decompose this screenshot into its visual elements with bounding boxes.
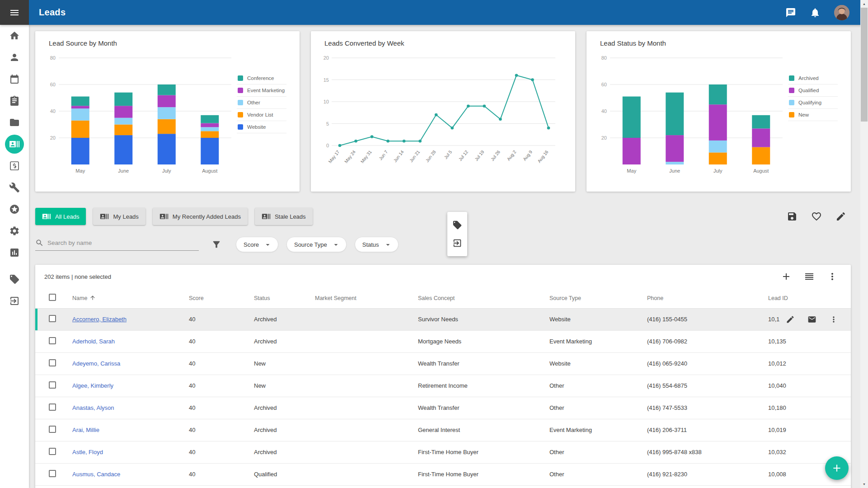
chat-icon[interactable] [785,7,796,18]
heart-icon[interactable] [811,211,822,222]
row-checkbox[interactable] [49,470,56,477]
sidebar-item-contacts-card[interactable] [5,135,24,154]
row-checkbox[interactable] [49,381,56,389]
row-checkbox[interactable] [49,448,56,455]
add-icon[interactable] [781,271,792,282]
view-button-stale-leads[interactable]: Stale Leads [255,208,313,225]
sidebar-item-exit[interactable] [4,290,25,312]
table-row[interactable]: Anastas, Alyson40ArchivedWealth Transfer… [35,397,851,419]
legend-item[interactable]: Other [237,97,286,109]
sidebar-item-clipboard[interactable] [4,90,25,112]
legend-item[interactable]: Vendor List [237,109,286,121]
search-field[interactable] [35,239,199,251]
scroll-down-arrow[interactable]: ▼ [860,480,868,488]
sidebar-item-gear[interactable] [4,220,25,242]
column-header-name[interactable]: Name [64,288,181,308]
row-checkbox[interactable] [49,359,56,366]
tag-icon[interactable] [452,220,462,230]
menu-button[interactable] [0,0,29,25]
sidebar-item-wrench[interactable] [4,177,25,198]
sidebar-item-star-circle[interactable] [4,198,25,220]
bell-icon[interactable] [810,7,821,18]
column-header-score[interactable]: Score [181,288,246,308]
sidebar-item-calendar[interactable] [4,68,25,90]
lead-name-link[interactable]: Accornero, Elizabeth [72,316,127,323]
legend-item[interactable]: New [788,109,838,121]
legend-item[interactable]: Archived [788,72,838,84]
svg-text:Aug 2: Aug 2 [506,149,517,162]
cell-status: Archived [246,330,307,352]
avatar[interactable] [834,5,849,20]
add-lead-fab[interactable] [825,456,849,480]
sidebar-item-home[interactable] [4,25,25,47]
svg-text:May 31: May 31 [360,149,373,164]
cell-score: 40 [181,419,246,441]
sidebar-item-bar-chart[interactable] [4,242,25,263]
legend-label: Qualifying [798,100,821,105]
sidebar-item-dollar[interactable] [4,155,25,177]
view-button-my-leads[interactable]: My Leads [93,208,145,225]
row-checkbox[interactable] [49,315,56,322]
lead-name-link[interactable]: Arai, Millie [72,427,99,433]
sidebar-item-person[interactable] [4,47,25,68]
row-checkbox[interactable] [49,426,56,433]
table-row[interactable]: Aderhold, Sarah40ArchivedMortgage NeedsE… [35,330,851,352]
table-row[interactable]: Astle, Floyd40ArchivedFirst-Time Home Bu… [35,441,851,463]
column-header-source-type[interactable]: Source Type [541,288,639,308]
kebab-icon[interactable] [829,315,838,324]
scroll-up-arrow[interactable]: ▲ [860,0,868,8]
column-header-phone[interactable]: Phone [639,288,760,308]
lead-name-link[interactable]: Adeyemo, Carissa [72,360,120,367]
table-row[interactable]: Algee, Kimberly40NewRetirement IncomeOth… [35,375,851,397]
sidebar-item-folder[interactable] [4,112,25,133]
column-header-market-segment[interactable]: Market Segment [307,288,410,308]
select-all-checkbox[interactable] [49,294,56,301]
exit-icon[interactable] [452,238,462,248]
lead-name-link[interactable]: Algee, Kimberly [72,382,113,389]
table-row[interactable]: Adeyemo, Carissa40NewWealth TransferWebs… [35,352,851,375]
filter-dropdown-status[interactable]: Status [355,237,399,252]
column-header-sales-concept[interactable]: Sales Concept [410,288,541,308]
funnel-icon[interactable] [211,239,221,249]
filter-dropdown-score[interactable]: Score [236,237,278,252]
edit-views-icon[interactable] [835,211,846,222]
row-checkbox[interactable] [49,337,56,344]
column-header-lead-id[interactable]: Lead ID [760,288,851,308]
sidebar [0,25,29,488]
svg-text:20: 20 [50,135,56,141]
row-checkbox[interactable] [49,404,56,411]
envelope-icon[interactable] [807,315,816,324]
dollar-icon [9,160,20,171]
lead-name-link[interactable]: Ausmus, Candace [72,471,120,478]
lead-source-chart: 20406080MayJuneJulyAugust [42,51,237,184]
filter-dropdown-source-type[interactable]: Source Type [286,237,347,252]
search-input[interactable] [47,239,199,246]
list-view-icon[interactable] [804,271,815,282]
pencil-icon[interactable] [786,315,795,324]
legend-item[interactable]: Conference [237,72,286,84]
legend-item[interactable]: Event Marketing [237,84,286,97]
lead-name-link[interactable]: Aderhold, Sarah [72,338,115,345]
save-icon[interactable] [787,211,798,222]
leads-table-card: 202 items | none selected NameScoreStatu… [35,265,851,488]
legend-item[interactable]: Qualified [788,84,838,97]
dropdown-label: Source Type [294,241,327,248]
view-button-all-leads[interactable]: All Leads [35,208,86,225]
cell-sales-concept: General Interest [410,419,541,441]
column-header-status[interactable]: Status [246,288,307,308]
cell-score: 40 [181,330,246,352]
chart-card-lead-source: Lead Source by Month 20406080MayJuneJuly… [35,31,300,192]
lead-name-link[interactable]: Astle, Floyd [72,449,103,455]
table-row[interactable]: Ausmus, Candace40QualifiedFirst-Time Hom… [35,463,851,485]
table-row[interactable]: Accornero, Elizabeth40ArchivedSurvivor N… [35,308,851,330]
more-options-icon[interactable] [827,271,838,282]
scroll-thumb[interactable] [861,8,868,122]
sidebar-item-tag[interactable] [4,268,25,290]
table-row[interactable]: Arai, Millie40ArchivedGeneral InterestEv… [35,419,851,441]
legend-item[interactable]: Qualifying [788,97,838,109]
lead-name-link[interactable]: Anastas, Alyson [72,404,114,411]
legend-item[interactable]: Website [237,121,286,133]
svg-text:August: August [753,168,769,174]
view-button-my-recently-added-leads[interactable]: My Recently Added Leads [153,208,248,225]
scrollbar[interactable]: ▲ ▼ [860,0,868,488]
